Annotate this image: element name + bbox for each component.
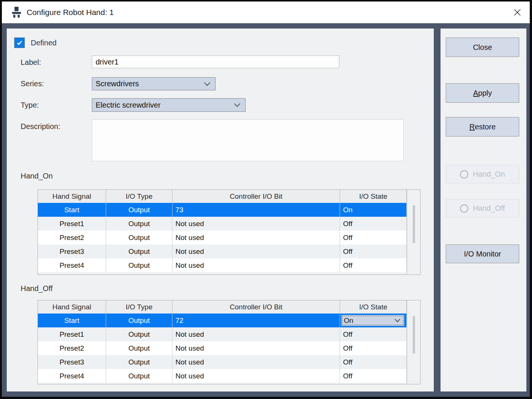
column-header: Controller I/O Bit: [172, 190, 340, 203]
table-row[interactable]: Preset2 Output Not used Off: [38, 341, 407, 355]
column-header: Hand Signal: [38, 190, 106, 203]
table-row[interactable]: Start Output 72 On: [38, 314, 407, 327]
type-select[interactable]: Electric screwdriver: [92, 98, 246, 112]
label-input-value: driver1: [96, 58, 118, 66]
table-row[interactable]: Preset4 Output Not used Off: [38, 258, 407, 272]
radio-icon: [460, 170, 468, 178]
robot-hand-icon: [12, 6, 21, 18]
radio-icon: [460, 204, 468, 213]
table-row[interactable]: Start Output 73 On: [38, 203, 407, 217]
check-icon: [16, 39, 23, 46]
hand-on-section-title: Hand_On: [21, 172, 53, 180]
title-bar: Configure Robot Hand: 1: [2, 2, 530, 23]
column-header: I/O State: [340, 190, 407, 203]
side-panel: Close Apply Restore Hand_On Hand_Off I/O…: [441, 28, 526, 392]
hand-off-button: Hand_Off: [446, 199, 519, 218]
table-row[interactable]: Preset1 Output Not used Off: [38, 217, 407, 231]
column-header: I/O Type: [106, 190, 172, 203]
window-title: Configure Robot Hand: 1: [27, 8, 114, 17]
column-header: Controller I/O Bit: [172, 300, 340, 314]
hand-off-scrollbar-thumb[interactable]: [413, 316, 415, 354]
hand-on-table: Hand Signal I/O Type Controller I/O Bit …: [37, 189, 421, 275]
defined-checkbox[interactable]: [14, 38, 25, 48]
io-state-combobox[interactable]: On: [341, 314, 405, 327]
series-select[interactable]: Screwdrivers: [92, 77, 216, 90]
hand-on-scrollbar-thumb[interactable]: [413, 206, 415, 243]
table-row[interactable]: Preset1 Output Not used Off: [38, 327, 407, 341]
hand-off-section-title: Hand_Off: [21, 284, 52, 293]
chevron-down-icon: [394, 319, 400, 322]
chevron-down-icon: [234, 103, 240, 107]
close-icon[interactable]: [513, 8, 522, 16]
series-label: Series:: [21, 80, 44, 88]
defined-label: Defined: [31, 39, 57, 47]
dialog-window: Configure Robot Hand: 1 Defined Label: d…: [2, 2, 530, 397]
hand-on-button: Hand_On: [446, 165, 519, 183]
type-select-value: Electric screwdriver: [96, 101, 160, 110]
hand-off-scrollbar[interactable]: [407, 300, 420, 384]
label-field-label: Label:: [21, 58, 41, 67]
column-header: I/O Type: [106, 300, 172, 314]
chevron-down-icon: [204, 82, 210, 86]
io-monitor-button[interactable]: I/O Monitor: [446, 244, 519, 263]
table-row[interactable]: Preset3 Output Not used Off: [38, 355, 407, 369]
hand-on-table-header: Hand Signal I/O Type Controller I/O Bit …: [38, 190, 407, 203]
column-header: Hand Signal: [38, 300, 106, 314]
restore-button[interactable]: Restore: [446, 117, 519, 136]
table-row[interactable]: Preset3 Output Not used Off: [38, 244, 407, 258]
table-row[interactable]: Preset4 Output Not used Off: [38, 369, 407, 383]
main-panel: Defined Label: driver1 Series: Screwdriv…: [7, 28, 434, 392]
label-input[interactable]: driver1: [92, 56, 339, 68]
table-partial-row: [38, 272, 407, 274]
column-header: I/O State: [340, 300, 407, 314]
description-label: Description:: [21, 122, 60, 131]
type-label: Type:: [21, 101, 39, 110]
series-select-value: Screwdrivers: [96, 80, 139, 88]
io-state-combobox-value: On: [344, 316, 353, 325]
description-textarea[interactable]: [92, 119, 404, 161]
hand-off-table: Hand Signal I/O Type Controller I/O Bit …: [37, 300, 421, 384]
hand-on-scrollbar[interactable]: [407, 190, 420, 274]
hand-off-table-header: Hand Signal I/O Type Controller I/O Bit …: [38, 300, 407, 314]
table-row[interactable]: Preset2 Output Not used Off: [38, 231, 407, 244]
apply-button[interactable]: Apply: [446, 83, 519, 103]
close-button[interactable]: Close: [446, 38, 519, 57]
table-partial-row: [38, 383, 407, 384]
